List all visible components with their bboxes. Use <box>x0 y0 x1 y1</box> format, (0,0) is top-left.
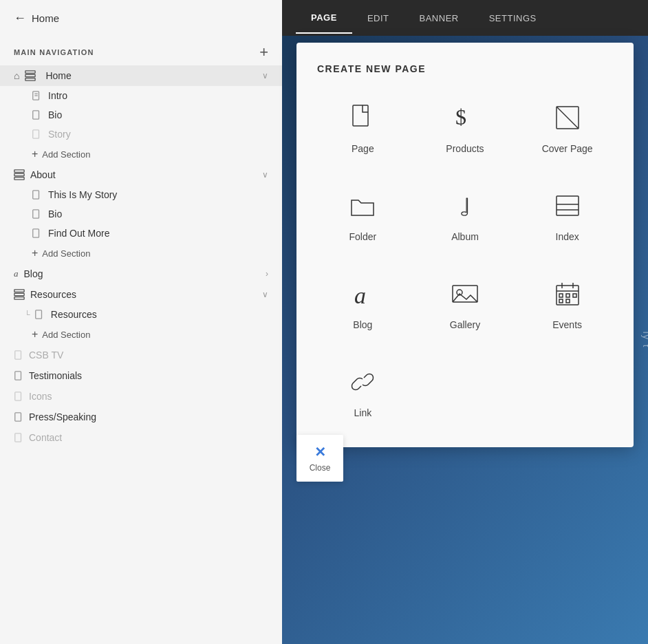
svg-rect-23 <box>353 105 368 126</box>
svg-rect-15 <box>14 293 24 296</box>
svg-text:$: $ <box>455 105 466 129</box>
svg-rect-12 <box>33 210 39 218</box>
close-button[interactable]: ✕ Close <box>296 435 343 482</box>
nav-item-testimonials-label: Testimonials <box>29 370 82 381</box>
nav-item-icons[interactable]: Icons <box>0 386 282 407</box>
close-label: Close <box>310 463 331 473</box>
modal-item-gallery-label: Gallery <box>450 319 480 330</box>
top-bar: Page EDIT BANNER SETTINGS <box>282 0 648 36</box>
index-type-icon <box>549 187 586 224</box>
modal-grid: Page $ Products <box>317 91 613 427</box>
album-type-icon: ♩ <box>446 187 484 224</box>
modal-item-link[interactable]: Link <box>317 355 409 427</box>
svg-rect-11 <box>33 191 39 199</box>
nav-item-contact[interactable]: Contact <box>0 427 282 448</box>
modal-item-events-label: Events <box>552 319 582 330</box>
svg-rect-17 <box>36 310 42 319</box>
create-page-modal: CREATE NEW PAGE Page <box>282 36 648 644</box>
nav-sub-intro-label: Intro <box>48 90 67 101</box>
modal-item-products-label: Products <box>446 143 484 154</box>
nav-sub-resources-label: Resources <box>51 309 97 320</box>
nav-item-contact-label: Contact <box>29 432 62 443</box>
nav-item-home[interactable]: ⌂ Home ∨ <box>0 65 282 86</box>
nav-item-blog[interactable]: a Blog › <box>0 264 282 284</box>
nav-sub-bio-home-label: Bio <box>48 109 62 120</box>
nav-sub-bio-home[interactable]: Bio <box>0 105 282 125</box>
modal-item-folder[interactable]: Folder <box>317 179 409 250</box>
nav-item-resources-label: Resources <box>30 289 76 300</box>
page-icon-resources <box>34 310 44 319</box>
nav-item-home-label: Home <box>45 70 71 81</box>
nav-item-about[interactable]: About ∨ <box>0 164 282 185</box>
close-x-icon: ✕ <box>314 444 326 460</box>
modal-item-album[interactable]: ♩ Album <box>420 179 511 250</box>
section-title: MAIN NAVIGATION <box>14 48 94 56</box>
svg-rect-21 <box>15 413 21 421</box>
tab-banner[interactable]: BANNER <box>404 3 474 33</box>
nav-sub-intro[interactable]: Intro <box>0 86 282 105</box>
blog-arrow-icon: › <box>266 269 268 279</box>
nav-sub-this-is-my-story-label: This Is My Story <box>48 189 117 200</box>
modal-item-index[interactable]: Index <box>521 179 613 250</box>
svg-rect-42 <box>566 299 570 303</box>
tab-edit[interactable]: EDIT <box>352 3 404 33</box>
nav-sub-bio-about[interactable]: Bio <box>0 204 282 224</box>
nav-item-press[interactable]: Press/Speaking <box>0 407 282 427</box>
svg-rect-0 <box>25 71 35 74</box>
nav-add-home[interactable]: + Add Section <box>0 144 282 164</box>
page-icon-intro <box>32 91 41 100</box>
svg-rect-9 <box>14 173 24 176</box>
nav-item-csbtv[interactable]: CSB TV <box>0 345 282 365</box>
svg-rect-1 <box>25 74 35 77</box>
nav-sub-story-label: Story <box>48 129 71 140</box>
svg-rect-34 <box>557 286 579 305</box>
modal-item-blog-label: Blog <box>353 319 372 330</box>
modal-item-folder-label: Folder <box>349 231 376 242</box>
nav-sub-find-out-more[interactable]: Find Out More <box>0 224 282 243</box>
nav-sub-bio-about-label: Bio <box>48 208 62 219</box>
nav-add-resources[interactable]: + Add Section <box>0 324 282 345</box>
svg-rect-40 <box>573 294 576 297</box>
page-icon-bio-home <box>32 110 41 120</box>
svg-rect-19 <box>15 372 21 380</box>
page-icon-bio-about <box>32 209 41 219</box>
page-icon-icons <box>14 391 23 401</box>
page-icon-testimonials <box>14 371 23 380</box>
modal-item-cover-page[interactable]: Cover Page <box>521 91 613 162</box>
nav-sub-story[interactable]: Story <box>0 125 282 144</box>
modal-item-page[interactable]: Page <box>317 91 409 162</box>
nav-sub-this-is-my-story[interactable]: This Is My Story <box>0 185 282 204</box>
page-type-icon <box>344 99 381 136</box>
svg-rect-7 <box>33 130 39 138</box>
nav-item-icons-label: Icons <box>29 391 52 402</box>
modal-item-gallery[interactable]: Gallery <box>420 267 511 339</box>
blog-type-icon: a <box>344 275 381 312</box>
svg-rect-41 <box>559 299 563 303</box>
nav-add-about[interactable]: + Add Section <box>0 243 282 264</box>
tab-settings[interactable]: SETTINGS <box>474 3 552 33</box>
events-type-icon <box>549 275 586 312</box>
section-header: MAIN NAVIGATION + <box>0 36 282 65</box>
svg-rect-38 <box>559 294 563 297</box>
group-icon-about <box>14 169 25 180</box>
back-nav[interactable]: ← Home <box>0 0 282 36</box>
home-chevron-icon: ∨ <box>262 71 268 80</box>
page-icon-find-out-more <box>32 228 41 238</box>
plus-icon-about: + <box>32 247 38 259</box>
nav-item-resources[interactable]: Resources ∨ <box>0 284 282 305</box>
svg-rect-16 <box>14 297 24 300</box>
nav-sub-resources-child[interactable]: └ Resources <box>0 305 282 324</box>
svg-rect-13 <box>33 229 39 237</box>
modal-item-page-label: Page <box>352 143 374 154</box>
home-icon: ⌂ <box>14 70 19 81</box>
plus-icon-resources: + <box>32 328 38 341</box>
add-nav-button[interactable]: + <box>259 45 268 60</box>
nav-item-testimonials[interactable]: Testimonials <box>0 365 282 386</box>
svg-rect-32 <box>453 286 477 302</box>
plus-icon-home: + <box>32 148 38 160</box>
modal-item-products[interactable]: $ Products <box>420 91 511 162</box>
tab-page[interactable]: Page <box>296 3 352 34</box>
modal-item-blog[interactable]: a Blog <box>317 267 409 339</box>
right-area: Page EDIT BANNER SETTINGS CODIE ly t CRE… <box>282 0 648 644</box>
modal-item-events[interactable]: Events <box>521 267 613 339</box>
